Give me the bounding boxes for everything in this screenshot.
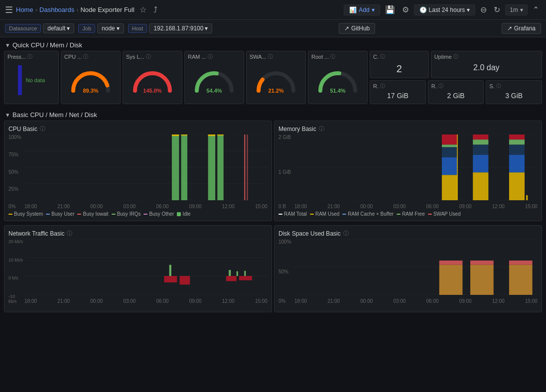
github-button[interactable]: ↗ GitHub <box>339 23 375 34</box>
svg-text:21.2%: 21.2% <box>268 88 283 94</box>
ram-used-info-icon[interactable]: ⓘ <box>438 83 443 90</box>
memory-basic-chart-inner <box>294 134 538 200</box>
cores-info-icon[interactable]: ⓘ <box>380 53 385 60</box>
uptime-info-icon[interactable]: ⓘ <box>453 53 458 60</box>
network-basic-chart: 20 kb/s 10 kb/s 0 b/s -10 kb/s <box>8 239 268 304</box>
disk-x-labels: 18:00 21:00 00:00 03:00 06:00 09:00 12:0… <box>294 298 538 304</box>
cpu-basic-legend: Busy System Busy User Busy Iowait Busy I… <box>8 211 268 217</box>
network-basic-title: Network Traffic Basic ⓘ <box>8 230 268 237</box>
svg-rect-57 <box>470 265 494 295</box>
job-filter: Job node ▾ <box>78 23 124 33</box>
legend-ram-cache-color <box>342 214 346 215</box>
svg-rect-14 <box>244 134 245 200</box>
legend-ram-free-color <box>397 214 401 215</box>
host-value[interactable]: 192.168.1.87:9100 ▾ <box>149 23 212 33</box>
stat-title-ram: RAM ... ⓘ <box>188 53 241 60</box>
legend-busy-irqs: Busy IRQs <box>112 211 141 217</box>
disk-basic-panel: Disk Space Used Basic ⓘ 100% 50% 0% <box>274 225 542 312</box>
svg-rect-30 <box>473 155 488 173</box>
save-button[interactable]: 💾 <box>383 3 397 16</box>
stat-card-root: Root ... ⓘ 51.4% <box>308 51 368 104</box>
svg-rect-49 <box>244 271 246 276</box>
svg-rect-25 <box>442 147 457 157</box>
svg-rect-37 <box>509 139 525 144</box>
svg-text:145.0%: 145.0% <box>143 88 162 94</box>
stat-title-cores: C. ⓘ <box>373 53 425 60</box>
expand-button[interactable]: ⌃ <box>531 3 541 16</box>
disk-basic-info-icon[interactable]: ⓘ <box>343 230 349 237</box>
add-button[interactable]: 📊 Add ▾ <box>344 4 380 15</box>
interval-label: 1m <box>510 6 518 13</box>
memory-basic-info-icon[interactable]: ⓘ <box>319 125 324 132</box>
time-range-chevron: ▾ <box>467 6 470 13</box>
quick-section-header[interactable]: ▾ Quick CPU / Mem / Disk <box>0 37 546 51</box>
menu-icon[interactable]: ☰ <box>5 4 13 15</box>
stat-card-swap: SWA... ⓘ 21.2% <box>246 51 306 104</box>
disk-chart-inner <box>294 239 538 295</box>
svg-rect-28 <box>457 134 458 200</box>
interval-chevron: ▾ <box>520 6 523 13</box>
uptime-value-card: 2.0 day <box>434 60 539 73</box>
stat-card-ram-used: R. ⓘ 2 GiB <box>428 80 484 104</box>
ram-used-value: 2 GiB <box>431 90 481 102</box>
svg-rect-29 <box>473 172 488 200</box>
cpu-basic-chart-inner <box>24 134 268 200</box>
legend-busy-user-color <box>46 214 50 215</box>
datasource-value[interactable]: default ▾ <box>43 23 74 33</box>
stat-title-press: Press... ⓘ <box>7 53 55 60</box>
settings-button[interactable]: ⚙ <box>400 3 411 16</box>
breadcrumb-dashboards[interactable]: Dashboards <box>39 6 74 13</box>
press-nodata: No data <box>7 60 55 100</box>
stat-title-ram-total: R. ⓘ <box>373 83 422 90</box>
grafana-button[interactable]: ↗ Grafana <box>502 23 541 34</box>
legend-swap-used: SWAP Used <box>428 211 461 217</box>
breadcrumb-home[interactable]: Home <box>16 6 33 13</box>
cores-value: 2 <box>373 60 425 76</box>
add-chevron-icon: ▾ <box>372 6 375 13</box>
nodata-text: No data <box>26 77 45 83</box>
top-small-cards-row: C. ⓘ 2 Uptime ⓘ 2.0 day <box>370 51 542 78</box>
memory-x-labels: 18:00 21:00 00:00 03:00 06:00 09:00 12:0… <box>294 204 538 209</box>
share-button[interactable]: ⤴ <box>151 3 159 16</box>
swap-used-info-icon[interactable]: ⓘ <box>496 83 501 90</box>
legend-busy-other-color <box>143 214 147 215</box>
network-basic-info-icon[interactable]: ⓘ <box>67 230 72 237</box>
stat-card-cpu: CPU ... ⓘ 89.3% <box>61 51 121 104</box>
svg-rect-48 <box>237 271 238 276</box>
cpu-x-labels: 18:00 21:00 00:00 03:00 06:00 09:00 12:0… <box>24 204 268 209</box>
datasource-label: Datasource <box>5 24 41 33</box>
charts-top-row: CPU Basic ⓘ 100% 75% 50% 25% 0% <box>0 121 546 224</box>
memory-basic-chart: 2 GiB 1 GiB 0 B <box>278 134 538 209</box>
svg-rect-50 <box>226 276 237 281</box>
network-basic-panel: Network Traffic Basic ⓘ 20 kb/s 10 kb/s … <box>4 225 272 312</box>
quick-section-chevron: ▾ <box>6 41 9 49</box>
swap-info-icon[interactable]: ⓘ <box>268 53 273 60</box>
cpu-info-icon[interactable]: ⓘ <box>83 53 88 60</box>
press-info-icon[interactable]: ⓘ <box>27 53 32 60</box>
sysl-info-icon[interactable]: ⓘ <box>146 53 151 60</box>
cpu-gauge: 89.3% <box>64 60 117 100</box>
charts-bottom-row: Network Traffic Basic ⓘ 20 kb/s 10 kb/s … <box>0 225 546 315</box>
legend-swap-used-color <box>428 214 432 215</box>
swap-used-value: 3 GiB <box>489 90 539 102</box>
breadcrumb-current: Node Exporter Full <box>80 6 134 13</box>
add-label: Add <box>359 6 369 13</box>
ram-total-value: 17 GiB <box>373 90 422 102</box>
ram-info-icon[interactable]: ⓘ <box>208 53 213 60</box>
interval-picker[interactable]: 1m ▾ <box>505 4 528 15</box>
job-value[interactable]: node ▾ <box>97 23 124 33</box>
zoom-out-button[interactable]: ⊖ <box>478 3 489 16</box>
stat-title-ram-used: R. ⓘ <box>431 83 481 90</box>
basic-section-header[interactable]: ▾ Basic CPU / Mem / Net / Disk <box>0 107 546 121</box>
time-range-picker[interactable]: 🕐 Last 24 hours ▾ <box>414 4 476 15</box>
legend-busy-iowait-color <box>77 214 81 215</box>
star-button[interactable]: ☆ <box>137 3 148 16</box>
ram-total-info-icon[interactable]: ⓘ <box>380 83 385 90</box>
root-info-icon[interactable]: ⓘ <box>330 53 335 60</box>
disk-y-labels: 100% 50% 0% <box>278 239 293 304</box>
svg-rect-11 <box>181 134 187 200</box>
svg-text:54.4%: 54.4% <box>206 88 222 94</box>
cpu-basic-info-icon[interactable]: ⓘ <box>40 125 45 132</box>
refresh-button[interactable]: ↻ <box>492 3 502 16</box>
legend-busy-iowait: Busy Iowait <box>77 211 108 217</box>
